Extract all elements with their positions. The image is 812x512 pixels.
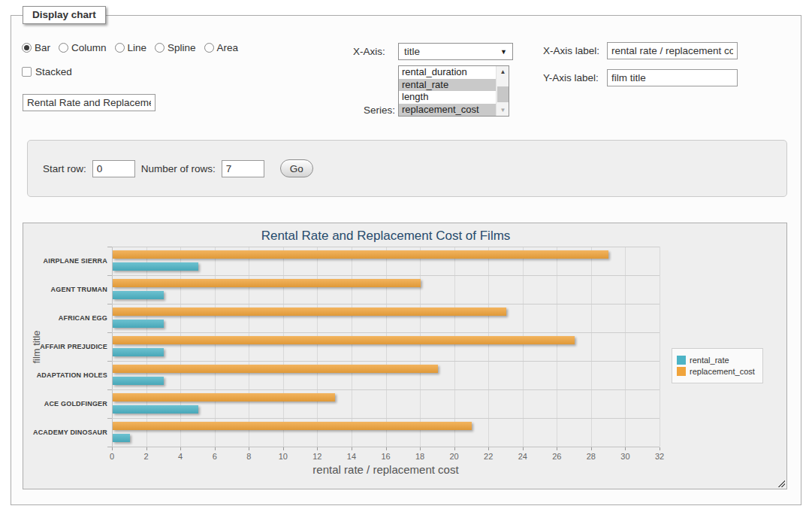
series-listbox[interactable]: rental_durationrental_ratelengthreplacem… — [398, 65, 509, 117]
gridline-h — [112, 275, 660, 276]
category-label: AFRICAN EGG — [25, 314, 107, 322]
x-tick — [352, 447, 352, 450]
x-tick-label: 8 — [237, 452, 260, 461]
chart-type-line[interactable]: Line — [115, 42, 147, 53]
scrollbar-thumb[interactable] — [497, 86, 509, 102]
stacked-checkbox-row: Stacked — [22, 66, 72, 77]
x-axis-select-label: X-Axis: — [353, 46, 385, 57]
x-tick-label: 14 — [340, 452, 363, 461]
bar-replacement_cost — [113, 308, 506, 316]
series-option-rental_rate[interactable]: rental_rate — [399, 79, 496, 92]
radio-label: Spline — [168, 42, 196, 53]
bar-rental_rate — [113, 377, 164, 385]
page: Display chart BarColumnLineSplineArea St… — [0, 0, 812, 512]
scroll-up-icon[interactable]: ▲ — [497, 66, 509, 77]
x-tick — [660, 447, 660, 450]
chart-type-area[interactable]: Area — [204, 42, 239, 53]
bar-replacement_cost — [113, 393, 335, 401]
bar-rental_rate — [113, 291, 164, 299]
bar-replacement_cost — [113, 279, 421, 287]
category-label: AIRPLANE SIERRA — [25, 257, 107, 265]
bar-rental_rate — [113, 434, 130, 442]
x-tick-label: 24 — [512, 452, 534, 461]
x-tick — [625, 447, 626, 450]
x-tick — [488, 447, 489, 450]
legend-swatch — [677, 367, 686, 376]
radio-icon[interactable] — [22, 43, 32, 53]
start-row-input[interactable] — [92, 160, 135, 177]
x-axis-label-input[interactable] — [607, 42, 738, 59]
legend-label: replacement_cost — [690, 367, 755, 376]
series-option-replacement_cost[interactable]: replacement_cost — [399, 104, 496, 117]
bar-rental_rate — [113, 320, 164, 328]
series-listbox-scrollbar[interactable]: ▲ ▼ — [496, 66, 509, 116]
chart-container: Rental Rate and Replacement Cost of Film… — [23, 223, 787, 489]
chart-type-column[interactable]: Column — [59, 42, 107, 53]
go-button[interactable]: Go — [280, 159, 313, 177]
x-tick-label: 6 — [204, 452, 226, 461]
gridline-h — [112, 447, 660, 447]
radio-icon[interactable] — [59, 43, 68, 53]
chart-title-input[interactable] — [23, 94, 155, 111]
radio-icon[interactable] — [155, 43, 165, 53]
fieldset-legend: Display chart — [23, 6, 106, 24]
gridline-v — [112, 247, 113, 447]
radio-label: Column — [71, 42, 107, 53]
legend-swatch — [677, 356, 686, 365]
chart-type-spline[interactable]: Spline — [155, 42, 196, 53]
legend-item-replacement_cost[interactable]: replacement_cost — [677, 367, 755, 376]
x-tick-label: 0 — [101, 452, 123, 461]
bar-replacement_cost — [113, 365, 438, 373]
gridline-h — [112, 332, 660, 333]
resize-handle-icon[interactable] — [777, 479, 785, 487]
gridline-v — [215, 247, 216, 447]
gridline-v — [317, 247, 318, 447]
bar-replacement_cost — [113, 250, 608, 259]
row-range-panel: Start row: Number of rows: Go — [27, 140, 787, 197]
category-label: ACADEMY DINOSAUR — [25, 429, 107, 436]
x-tick — [180, 447, 181, 450]
x-tick-label: 20 — [443, 452, 466, 461]
x-axis-select[interactable]: title ▼ — [398, 43, 513, 60]
bar-rental_rate — [113, 348, 164, 356]
radio-icon[interactable] — [115, 43, 125, 53]
x-tick — [454, 447, 455, 450]
radio-label: Area — [217, 42, 239, 53]
x-tick — [249, 447, 249, 450]
series-option-rental_duration[interactable]: rental_duration — [399, 66, 496, 79]
gridline-h — [112, 247, 660, 247]
x-tick — [523, 447, 524, 450]
legend-item-rental_rate[interactable]: rental_rate — [677, 356, 755, 365]
bar-replacement_cost — [113, 336, 575, 344]
stacked-checkbox[interactable] — [22, 67, 32, 77]
x-tick-label: 26 — [545, 452, 568, 461]
gridline-h — [112, 361, 660, 362]
gridline-v — [352, 247, 352, 447]
bar-rental_rate — [113, 405, 198, 414]
scroll-down-icon[interactable]: ▼ — [497, 105, 509, 116]
x-tick-label: 2 — [135, 452, 158, 461]
x-axis-selected-value: title — [404, 46, 420, 57]
gridline-v — [523, 247, 524, 447]
start-row-label: Start row: — [43, 163, 86, 174]
x-tick-label: 22 — [477, 452, 500, 461]
x-axis-label-caption: X-Axis label: — [543, 45, 599, 56]
x-tick — [591, 447, 592, 450]
radio-icon[interactable] — [204, 43, 214, 53]
x-tick-label: 18 — [409, 452, 431, 461]
gridline-v — [591, 247, 592, 447]
num-rows-input[interactable] — [222, 160, 264, 177]
gridline-v — [146, 247, 147, 447]
series-option-length[interactable]: length — [399, 91, 496, 104]
chart-type-radio-group: BarColumnLineSplineArea — [22, 42, 238, 53]
gridline-v — [249, 247, 249, 447]
category-label: AGENT TRUMAN — [25, 286, 107, 293]
y-tick — [107, 275, 112, 276]
gridline-v — [180, 247, 181, 447]
series-listbox-label: Series: — [364, 105, 395, 116]
y-axis-label-input[interactable] — [607, 69, 738, 86]
chart-type-bar[interactable]: Bar — [22, 42, 50, 53]
x-tick-label: 12 — [306, 452, 328, 461]
gridline-v — [283, 247, 284, 447]
gridline-v — [557, 247, 557, 447]
